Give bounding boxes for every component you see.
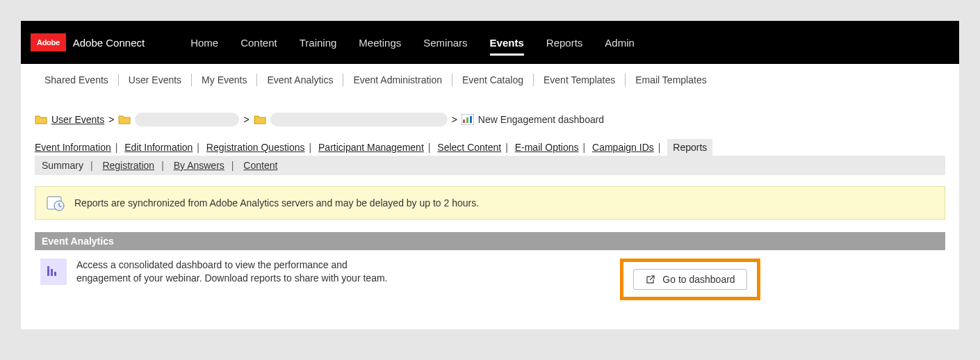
breadcrumb-redacted-2[interactable] [270, 113, 448, 126]
chart-icon [462, 114, 474, 125]
breadcrumb-sep: > [243, 114, 249, 125]
svg-rect-2 [466, 117, 468, 123]
tab-participant-management[interactable]: Participant Management [318, 142, 424, 153]
sync-notice: Reports are synchronized from Adobe Anal… [35, 186, 945, 220]
subtab-summary[interactable]: Summary [42, 160, 83, 171]
external-link-icon [645, 275, 655, 285]
subnav-event-administration[interactable]: Event Administration [343, 74, 452, 85]
adobe-logo: Adobe [31, 33, 66, 51]
svg-rect-6 [47, 266, 49, 276]
go-to-dashboard-button[interactable]: Go to dashboard [633, 269, 746, 290]
nav-meetings[interactable]: Meetings [348, 23, 412, 63]
nav-training[interactable]: Training [288, 23, 348, 63]
analytics-description: Access a consolidated dashboard to view … [76, 259, 403, 285]
tab-registration-questions[interactable]: Registration Questions [206, 142, 305, 153]
folder-icon [254, 114, 266, 125]
tab-campaign-ids[interactable]: Campaign IDs [592, 142, 654, 153]
topbar: Adobe Adobe Connect Home Content Trainin… [21, 21, 959, 64]
go-to-dashboard-label: Go to dashboard [662, 274, 735, 285]
breadcrumb-sep: > [452, 114, 457, 125]
folder-icon [35, 114, 47, 125]
breadcrumb-redacted-1[interactable] [135, 113, 239, 126]
subnav: Shared Events User Events My Events Even… [21, 64, 959, 96]
notice-text: Reports are synchronized from Adobe Anal… [74, 197, 479, 208]
subtabs: Summary| Registration| By Answers| Conte… [35, 156, 945, 175]
folder-icon [118, 114, 131, 125]
clock-icon [47, 194, 65, 212]
nav-seminars[interactable]: Seminars [412, 23, 478, 63]
breadcrumb-sep: > [108, 114, 114, 125]
subtab-registration[interactable]: Registration [102, 160, 154, 171]
app-frame: Adobe Adobe Connect Home Content Trainin… [21, 21, 959, 329]
tab-select-content[interactable]: Select Content [437, 142, 501, 153]
nav: Home Content Training Meetings Seminars … [179, 23, 646, 63]
nav-reports[interactable]: Reports [535, 23, 594, 63]
content-area: User Events > > > New Engagement dashboa… [21, 96, 959, 329]
subnav-shared-events[interactable]: Shared Events [35, 74, 118, 85]
subtab-by-answers[interactable]: By Answers [174, 160, 224, 171]
svg-rect-1 [463, 120, 465, 123]
subnav-email-templates[interactable]: Email Templates [626, 74, 716, 85]
tab-edit-information[interactable]: Edit Information [124, 142, 193, 153]
svg-rect-3 [470, 116, 472, 123]
analytics-section-header: Event Analytics [35, 232, 945, 250]
product-name: Adobe Connect [73, 37, 145, 49]
breadcrumb: User Events > > > New Engagement dashboa… [35, 103, 945, 139]
nav-events[interactable]: Events [479, 23, 535, 63]
subnav-my-events[interactable]: My Events [192, 74, 256, 85]
subtab-content[interactable]: Content [243, 160, 277, 171]
subnav-event-templates[interactable]: Event Templates [534, 74, 625, 85]
tabs: Event Information| Edit Information| Reg… [35, 139, 945, 156]
tab-reports[interactable]: Reports [667, 139, 712, 156]
highlight-box: Go to dashboard [620, 259, 760, 300]
analytics-icon [40, 259, 67, 285]
nav-content[interactable]: Content [229, 23, 288, 63]
breadcrumb-current: New Engagement dashboard [478, 114, 604, 125]
subnav-user-events[interactable]: User Events [119, 74, 191, 85]
tab-email-options[interactable]: E-mail Options [515, 142, 579, 153]
nav-home[interactable]: Home [179, 23, 229, 63]
subnav-event-analytics[interactable]: Event Analytics [257, 74, 343, 85]
subnav-event-catalog[interactable]: Event Catalog [452, 74, 533, 85]
breadcrumb-user-events[interactable]: User Events [51, 114, 104, 125]
svg-rect-8 [54, 272, 56, 276]
svg-rect-7 [51, 269, 53, 276]
analytics-section-body: Access a consolidated dashboard to view … [35, 250, 945, 309]
nav-admin[interactable]: Admin [594, 23, 646, 63]
tab-event-information[interactable]: Event Information [35, 142, 111, 153]
